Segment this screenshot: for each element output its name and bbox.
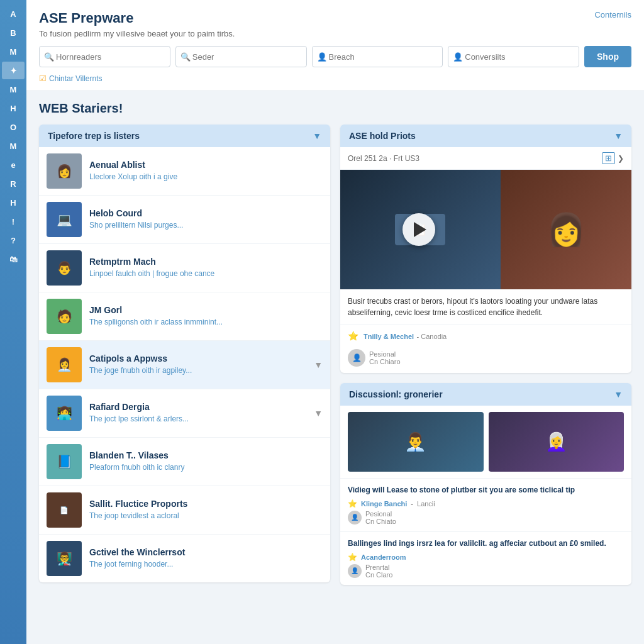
- sidebar-label-m3: M: [10, 142, 17, 151]
- play-button[interactable]: [402, 213, 435, 246]
- video-expand[interactable]: ⊞ ❯: [602, 152, 624, 164]
- search-input-1[interactable]: [39, 46, 170, 67]
- sidebar-icon-bag: 🛍: [9, 255, 18, 264]
- disc-badge-icon-1: ⭐: [348, 499, 357, 508]
- disc-role-info-2: Prenrtal Cn Claro: [365, 564, 392, 579]
- item-desc: The splligonsh oith ir aclass inmminint.…: [89, 317, 323, 328]
- video-player[interactable]: 📋 👩: [340, 170, 631, 289]
- author-badge-icon: ⭐: [348, 331, 358, 341]
- discussion-card: Discussionl: gronerier ▼ 👨‍💼 👩‍🦳: [340, 383, 631, 585]
- sidebar-item-h[interactable]: H: [2, 99, 25, 117]
- sidebar-item-m1[interactable]: M: [2, 43, 25, 60]
- disc-avatar-1: 👤: [348, 511, 362, 525]
- sidebar-item-bag[interactable]: 🛍: [2, 250, 25, 268]
- list-item[interactable]: 📄 Sallit. Fluctice Proports The joop tev…: [39, 486, 330, 535]
- thumb1-icon: 👨‍💼: [404, 431, 426, 452]
- item-name: Sallit. Fluctice Proports: [89, 499, 323, 509]
- video-card-chevron[interactable]: ▼: [614, 131, 623, 141]
- item-desc: The joot ferning hooder...: [89, 559, 323, 570]
- disc-title-1: Vidieg will Lease to stone of plutber si…: [348, 485, 624, 496]
- avatar: 👨‍🏫: [47, 541, 82, 576]
- item-desc: The joge fnubh oith ir agpiley...: [89, 365, 306, 376]
- list-item[interactable]: 💻 Helob Courd Sho prelilltern Nilsi purg…: [39, 196, 330, 244]
- sidebar-item-m2[interactable]: M: [2, 80, 25, 98]
- search-icon-2: 🔍: [180, 52, 191, 62]
- video-card: ASE hold Priots ▼ Orel 251 2a · Frt US3 …: [340, 125, 631, 373]
- page-body: WEB Stariers! Tipefore trep is listers ▼…: [26, 91, 644, 595]
- person-field-2-wrap: 👤: [448, 46, 579, 67]
- list-item[interactable]: 👩 Aenual Ablist Lleclore Xolup oith i a …: [39, 147, 330, 196]
- item-expand-icon[interactable]: ▼: [314, 360, 323, 370]
- discussion-item-2[interactable]: Ballinges lind ings irsrz lea for valilc…: [340, 532, 631, 585]
- disc-title-2: Ballinges lind ings irsrz lea for valilc…: [348, 538, 624, 549]
- discussion-card-chevron[interactable]: ▼: [614, 389, 623, 399]
- list-item[interactable]: 👨‍🏫 Gctivel the Winclerrsot The joot fer…: [39, 535, 330, 582]
- list-item[interactable]: 🧑 JM Gorl The splligonsh oith ir aclass …: [39, 292, 330, 341]
- item-desc: Linpoel faulch oith | frogue ohe cance: [89, 269, 323, 279]
- discussion-thumb-1: 👨‍💼: [348, 412, 484, 472]
- list-item[interactable]: 👨 Retmptrm Mach Linpoel faulch oith | fr…: [39, 244, 330, 292]
- item-info: Rafiard Dergia The joct lpe ssirlont & a…: [89, 402, 306, 425]
- video-meta-text: Orel 251 2a · Frt US3: [348, 154, 419, 163]
- sidebar-item-b[interactable]: B: [2, 24, 25, 42]
- person-field-1-wrap: 👤: [312, 46, 443, 67]
- sidebar-icon-active: ✦: [10, 66, 17, 75]
- video-description: Busir trecubs crast or berors, hipout it…: [340, 289, 631, 325]
- discussion-card-title: Discussionl: gronerier: [349, 389, 443, 399]
- sidebar-item-r[interactable]: R: [2, 175, 25, 192]
- sidebar-item-active[interactable]: ✦: [2, 62, 25, 79]
- item-desc: The joop tevidlest a acloral: [89, 511, 323, 521]
- right-column: ASE hold Priots ▼ Orel 251 2a · Frt US3 …: [340, 125, 631, 585]
- item-info: Aenual Ablist Lleclore Xolup oith i a gi…: [89, 160, 323, 182]
- item-desc: Lleclore Xolup oith i a give: [89, 172, 323, 182]
- search-field-1-wrap: 🔍: [39, 46, 170, 67]
- main-content: ASE Prepware Conternils To fusion pedlir…: [26, 0, 644, 644]
- item-name: Blanden T.. Vilases: [89, 450, 323, 460]
- author-avatar-small: 👤: [348, 349, 365, 367]
- sidebar-item-o[interactable]: O: [2, 118, 25, 136]
- video-author-meta: ⭐ Tnilly & Mechel - Canodia: [340, 325, 631, 347]
- shop-button[interactable]: Shop: [584, 46, 631, 67]
- item-info: Catipols a Appwss The joge fnubh oith ir…: [89, 353, 306, 376]
- sidebar-item-e[interactable]: e: [2, 156, 25, 174]
- avatar: 👨: [47, 250, 82, 286]
- sidebar-item-exclaim[interactable]: !: [2, 213, 25, 230]
- thumb2-icon: 👩‍🦳: [545, 431, 567, 452]
- left-card-chevron[interactable]: ▼: [313, 131, 321, 141]
- item-name: Aenual Ablist: [89, 160, 323, 170]
- app-title: ASE Prepware: [39, 10, 133, 26]
- person-input-1[interactable]: [312, 46, 443, 67]
- list-item[interactable]: 👩‍💼 Catipols a Appwss The joge fnubh oit…: [39, 341, 330, 389]
- person-input-2[interactable]: [448, 46, 579, 67]
- sidebar-icon-exclaim: !: [12, 217, 14, 226]
- author-info: Tnilly & Mechel - Canodia: [364, 330, 447, 341]
- sidebar-item-a[interactable]: A: [2, 5, 25, 23]
- controls-link[interactable]: Conternils: [594, 10, 631, 19]
- disc-avatar-2: 👤: [348, 564, 362, 578]
- avatar: 👩‍💼: [47, 347, 82, 382]
- avatar: 💻: [47, 202, 82, 237]
- filter-tag[interactable]: ☑ Chintar Villernts: [39, 74, 631, 83]
- left-card-title: Tipefore trep is listers: [48, 131, 140, 141]
- header: ASE Prepware Conternils To fusion pedlir…: [26, 0, 644, 91]
- item-name: Retmptrm Mach: [89, 257, 323, 267]
- left-card-header: Tipefore trep is listers ▼: [39, 125, 330, 147]
- search-input-2[interactable]: [175, 46, 307, 67]
- two-column-layout: Tipefore trep is listers ▼ 👩 Aenual Abli…: [39, 125, 631, 585]
- video-thumbnail: 📋 👩: [340, 170, 631, 289]
- list-item[interactable]: 📘 Blanden T.. Vilases Pleaform fnubh oit…: [39, 438, 330, 486]
- sidebar-label-a: A: [10, 9, 16, 19]
- disc-content-2: Ballinges lind ings irsrz lea for valilc…: [348, 538, 624, 579]
- person-icon-1: 👤: [317, 52, 327, 62]
- person-emoji: 👩: [547, 211, 586, 248]
- list-item[interactable]: 👩‍💻 Rafiard Dergia The joct lpe ssirlont…: [39, 389, 330, 438]
- app-subtitle: To fusion pedlirm my villesive beaet you…: [39, 29, 631, 38]
- item-expand-icon[interactable]: ▼: [314, 408, 323, 418]
- disc-meta-2: ⭐ Acanderroom: [348, 553, 624, 562]
- sidebar-item-question[interactable]: ?: [2, 231, 25, 249]
- play-icon: [414, 222, 426, 237]
- discussion-item-1[interactable]: Vidieg will Lease to stone of plutber si…: [340, 479, 631, 532]
- sidebar-item-h2[interactable]: H: [2, 194, 25, 211]
- sidebar-item-m3[interactable]: M: [2, 137, 25, 155]
- header-top: ASE Prepware Conternils: [39, 10, 631, 26]
